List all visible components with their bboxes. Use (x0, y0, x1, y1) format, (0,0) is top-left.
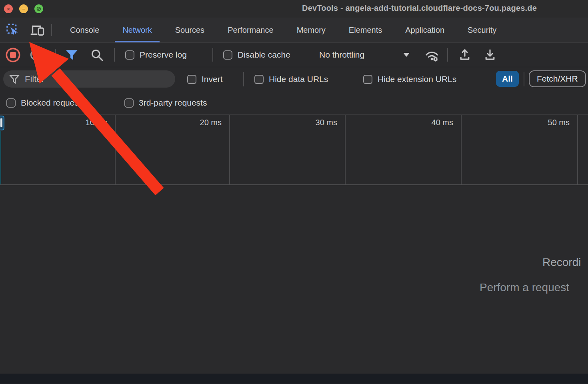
tab-console[interactable]: Console (58, 18, 111, 42)
toggle-device-toolbar-button[interactable] (29, 21, 46, 39)
tab-elements[interactable]: Elements (337, 18, 394, 42)
traffic-lights: × − ⊘ (4, 4, 43, 13)
toolbar-separator (114, 48, 115, 62)
inspect-cursor-icon (6, 23, 20, 37)
zoom-button[interactable]: ⊘ (34, 4, 43, 13)
network-conditions-button[interactable] (424, 43, 439, 67)
filter-input[interactable] (25, 74, 161, 84)
panel-tabs: Console Network Sources Performance Memo… (58, 18, 508, 42)
ruler-label-20ms: 20 ms (190, 118, 222, 127)
tab-sources[interactable]: Sources (164, 18, 216, 42)
close-button[interactable]: × (4, 4, 13, 13)
minimize-button[interactable]: − (19, 4, 28, 13)
throttling-caret[interactable] (403, 43, 410, 67)
tab-application[interactable]: Application (394, 18, 456, 42)
device-toolbar-icon (30, 23, 45, 37)
filter-toggle-button[interactable] (65, 43, 78, 67)
throttling-select[interactable]: No throttling (319, 43, 364, 67)
inspect-element-button[interactable] (4, 21, 22, 39)
tabbar-separator (51, 24, 52, 36)
ruler-gridline (115, 115, 116, 184)
empty-state-line2: Perform a request (480, 281, 569, 294)
search-button[interactable] (90, 43, 104, 67)
disable-cache-checkbox[interactable]: Disable cache (223, 43, 290, 67)
empty-state: Recordi Perform a request (0, 185, 588, 374)
blocked-requests-label: Blocked requests (21, 98, 85, 108)
bottom-strip (0, 374, 588, 384)
ruler-label-40ms: 40 ms (421, 118, 453, 127)
toolbar-separator (55, 49, 56, 61)
tab-performance[interactable]: Performance (216, 18, 285, 42)
hide-data-urls-checkbox[interactable]: Hide data URLs (254, 67, 328, 91)
ruler-left-edge-line (0, 131, 1, 184)
toolbar-separator (212, 48, 213, 62)
throttling-value: No throttling (319, 50, 364, 60)
funnel-filled-icon (65, 49, 78, 61)
hide-extension-urls-label: Hide extension URLs (378, 74, 456, 84)
empty-state-line1: Recordi (542, 256, 581, 269)
export-har-button[interactable] (483, 43, 497, 67)
devtools-tabbar: Console Network Sources Performance Memo… (0, 18, 588, 43)
stop-record-icon (6, 48, 20, 62)
wifi-gear-icon (424, 48, 439, 62)
ruler-gridline (229, 115, 230, 184)
hide-data-urls-label: Hide data URLs (269, 74, 328, 84)
upload-icon (458, 48, 472, 62)
clear-network-log-button[interactable] (30, 43, 42, 67)
third-party-requests-checkbox[interactable]: 3rd-party requests (124, 91, 207, 114)
invert-label: Invert (202, 74, 223, 84)
download-icon (483, 48, 497, 62)
filter-separator (243, 72, 244, 86)
filter-row: Invert Hide data URLs Hide extension URL… (0, 67, 588, 91)
preserve-log-label: Preserve log (140, 50, 187, 60)
ruler-label-30ms: 30 ms (305, 118, 337, 127)
checkbox-box[interactable] (223, 50, 232, 60)
preserve-log-checkbox[interactable]: Preserve log (125, 43, 187, 67)
checkbox-box[interactable] (124, 98, 134, 108)
tab-network[interactable]: Network (111, 18, 163, 42)
checkbox-box[interactable] (187, 75, 196, 84)
ruler-gridline (577, 115, 578, 184)
network-empty-panel: Recordi Perform a request (0, 185, 588, 374)
invert-checkbox[interactable]: Invert (187, 67, 223, 91)
checkbox-box[interactable] (363, 75, 372, 84)
filter-row-2: Blocked requests 3rd-party requests (0, 91, 588, 115)
tab-memory[interactable]: Memory (285, 18, 337, 42)
filter-type-fetch-xhr-button[interactable]: Fetch/XHR (529, 70, 586, 87)
ruler-label-50ms: 50 ms (538, 118, 570, 127)
waterfall-ruler[interactable]: 10 ms 20 ms 30 ms 40 ms 50 ms (0, 115, 588, 185)
ruler-left-badge (0, 116, 4, 130)
filter-input-container[interactable] (3, 70, 175, 88)
titlebar: × − ⊘ DevTools - angela-add-tutorial.clo… (0, 0, 588, 18)
search-icon (90, 48, 104, 62)
tab-security[interactable]: Security (456, 18, 508, 42)
window-title: DevTools - angela-add-tutorial.cloudflar… (302, 4, 537, 13)
toolbar-separator (447, 48, 448, 62)
funnel-outline-icon (9, 74, 20, 85)
devtools-window: × − ⊘ DevTools - angela-add-tutorial.clo… (0, 0, 588, 384)
ruler-gridline (345, 115, 346, 184)
chevron-down-icon (403, 53, 410, 57)
network-toolbar: Preserve log Disable cache No throttling (0, 43, 588, 67)
ruler-gridline (461, 115, 462, 184)
third-party-requests-label: 3rd-party requests (139, 98, 207, 108)
record-network-log-button[interactable] (6, 43, 20, 67)
import-har-button[interactable] (458, 43, 472, 67)
checkbox-box[interactable] (125, 50, 134, 60)
checkbox-box[interactable] (254, 75, 264, 84)
ruler-label-10ms: 10 ms (75, 118, 107, 127)
filter-separator (524, 72, 524, 86)
checkbox-box[interactable] (6, 98, 16, 108)
blocked-requests-checkbox[interactable]: Blocked requests (6, 91, 85, 114)
hide-extension-urls-checkbox[interactable]: Hide extension URLs (363, 67, 456, 91)
disable-cache-label: Disable cache (238, 50, 290, 60)
filter-type-all-button[interactable]: All (496, 71, 519, 87)
clear-icon (30, 48, 42, 61)
